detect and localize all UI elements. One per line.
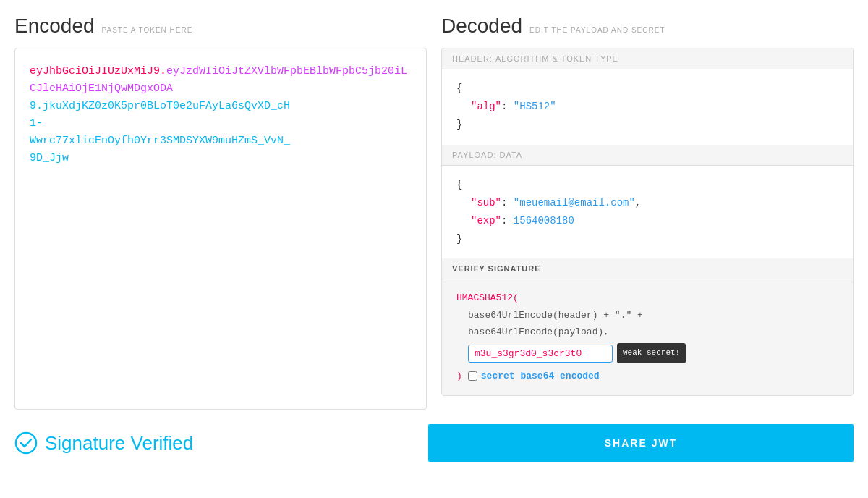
base64-checkbox-text: secret base64 encoded: [481, 368, 600, 384]
secret-row: Weak secret!: [456, 343, 838, 363]
base64-checkbox[interactable]: [468, 371, 477, 381]
verify-func: HMACSHA512(: [456, 292, 519, 303]
header-value-alg: "HS512": [514, 101, 556, 112]
token-part3-line4: 9D_Jjw: [30, 152, 69, 164]
header-section-header: HEADER: ALGORITHM & TOKEN TYPE: [442, 48, 853, 69]
payload-value-sub: "meuemail@email.com": [514, 197, 635, 208]
header-brace-open: {: [456, 83, 462, 94]
header-brace-close: }: [456, 119, 462, 130]
payload-sub-line: "sub": "meuemail@email.com",: [471, 194, 838, 212]
weak-secret-badge: Weak secret!: [617, 343, 686, 363]
header-sublabel: ALGORITHM & TOKEN TYPE: [495, 54, 618, 63]
payload-section-header: PAYLOAD: DATA: [442, 145, 853, 166]
decoded-header: Decoded EDIT THE PAYLOAD AND SECRET: [441, 14, 854, 38]
signature-verified: Signature Verified: [14, 431, 414, 455]
verified-text: Signature Verified: [45, 432, 193, 455]
payload-brace-open: {: [456, 179, 462, 190]
payload-key-exp: "exp": [471, 215, 501, 227]
payload-value-exp: 1564008180: [514, 215, 574, 227]
verify-section-body: HMACSHA512( base64UrlEncode(header) + ".…: [442, 279, 853, 394]
decoded-panel: Decoded EDIT THE PAYLOAD AND SECRET HEAD…: [441, 14, 854, 410]
payload-colon2: :: [501, 215, 514, 227]
encoded-subtitle: PASTE A TOKEN HERE: [102, 26, 193, 34]
share-jwt-button[interactable]: SHARE JWT: [428, 424, 854, 462]
secret-input[interactable]: [468, 345, 613, 363]
payload-brace-close: }: [456, 233, 462, 245]
svg-point-0: [16, 433, 36, 453]
header-colon: :: [501, 101, 514, 112]
verify-section-header: VERIFY SIGNATURE: [442, 258, 853, 279]
encoded-panel: Encoded PASTE A TOKEN HERE eyJhbGciOiJIU…: [14, 14, 427, 410]
encoded-header: Encoded PASTE A TOKEN HERE: [14, 14, 427, 38]
payload-comma1: ,: [635, 197, 641, 208]
payload-exp-line: "exp": 1564008180: [471, 212, 838, 230]
decoded-wrapper: HEADER: ALGORITHM & TOKEN TYPE { "alg": …: [441, 48, 854, 396]
token-part3-line2: 1-: [30, 117, 43, 130]
decoded-subtitle: EDIT THE PAYLOAD AND SECRET: [529, 26, 665, 34]
token-dot1: .: [160, 65, 166, 77]
base64-checkbox-label[interactable]: secret base64 encoded: [468, 368, 600, 384]
verify-line2: base64UrlEncode(payload),: [456, 324, 838, 340]
bottom-row: Signature Verified SHARE JWT: [0, 410, 868, 476]
payload-colon1: :: [501, 197, 514, 208]
decoded-title: Decoded: [441, 14, 522, 38]
header-alg-line: "alg": "HS512": [471, 98, 838, 116]
header-section-body: { "alg": "HS512" }: [442, 69, 853, 145]
close-paren: ): [456, 368, 462, 384]
payload-label: PAYLOAD:: [452, 151, 496, 159]
header-key-alg: "alg": [471, 101, 501, 112]
close-paren-row: ) secret base64 encoded: [456, 368, 838, 384]
encoded-title: Encoded: [14, 14, 95, 38]
verify-line1: base64UrlEncode(header) + "." +: [456, 307, 838, 324]
token-part3-line1: 9.jkuXdjKZ0z0K5pr0BLoT0e2uFAyLa6sQvXD_cH: [30, 100, 290, 112]
secret-input-indent: [456, 345, 613, 363]
payload-section: PAYLOAD: DATA { "sub": "meuemail@email.c…: [442, 145, 853, 259]
header-section: HEADER: ALGORITHM & TOKEN TYPE { "alg": …: [442, 48, 853, 145]
header-label: HEADER:: [452, 54, 493, 63]
payload-section-body: { "sub": "meuemail@email.com", "exp": 15…: [442, 166, 853, 259]
payload-key-sub: "sub": [471, 197, 501, 208]
token-part3-line3: Wwrc77xlicEnOyfh0Yrr3SMDSYXW9muHZmS_VvN_: [30, 135, 290, 147]
payload-sublabel: DATA: [499, 151, 522, 159]
encoded-token-box[interactable]: eyJhbGciOiJIUzUxMiJ9.eyJzdWIiOiJtZXVlbWF…: [14, 48, 427, 410]
verify-section: VERIFY SIGNATURE HMACSHA512( base64UrlEn…: [442, 258, 853, 394]
verify-label: VERIFY SIGNATURE: [452, 264, 541, 273]
token-part1: eyJhbGciOiJIUzUxMiJ9: [30, 65, 160, 77]
check-circle-icon: [14, 431, 38, 455]
